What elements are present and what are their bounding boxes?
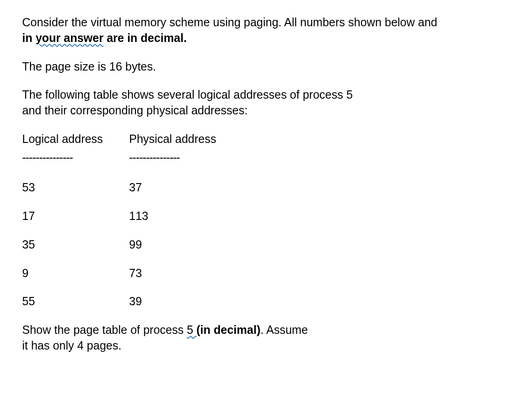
intro-paragraph: Consider the virtual memory scheme using… (22, 15, 510, 46)
table-row: 9 73 (22, 266, 510, 281)
table-row: 55 39 (22, 294, 510, 309)
table-header-row: Logical address Physical address (22, 131, 510, 147)
cell-physical: 37 (129, 180, 231, 196)
closing-line2: it has only 4 pages. (22, 339, 121, 352)
cell-physical: 99 (129, 237, 231, 253)
header-physical: Physical address (129, 131, 231, 147)
header-dashes: --------------- --------------- (22, 150, 510, 166)
table-intro-line2: and their corresponding physical address… (22, 104, 248, 117)
address-table: Logical address Physical address -------… (22, 131, 510, 309)
intro-underlined-phrase: your answer (35, 31, 103, 44)
page-size-line: The page size is 16 bytes. (22, 59, 510, 75)
cell-physical: 73 (129, 266, 231, 281)
cell-logical: 55 (22, 294, 114, 309)
cell-logical: 17 (22, 208, 114, 224)
cell-logical: 9 (22, 266, 114, 281)
intro-line2c: are in decimal. (103, 31, 187, 44)
dash-physical: --------------- (129, 150, 231, 166)
table-intro-line1: The following table shows several logica… (22, 88, 353, 101)
dash-logical: --------------- (22, 150, 114, 166)
intro-line1: Consider the virtual memory scheme using… (22, 16, 437, 29)
table-row: 53 37 (22, 180, 510, 196)
closing-a: Show the page table of process (22, 323, 187, 336)
table-intro: The following table shows several logica… (22, 87, 510, 119)
header-logical: Logical address (22, 131, 114, 147)
closing-underlined: 5 (187, 323, 196, 336)
cell-logical: 35 (22, 237, 114, 253)
intro-line2a: in (22, 31, 35, 44)
cell-physical: 113 (129, 208, 231, 224)
cell-physical: 39 (129, 294, 231, 309)
closing-d: . Assume (260, 323, 308, 336)
table-row: 35 99 (22, 237, 510, 253)
table-row: 17 113 (22, 208, 510, 224)
table-body: 53 37 17 113 35 99 9 73 55 39 (22, 180, 510, 309)
closing-paragraph: Show the page table of process 5 (in dec… (22, 322, 510, 354)
closing-bold: (in decimal) (196, 323, 260, 336)
cell-logical: 53 (22, 180, 114, 196)
